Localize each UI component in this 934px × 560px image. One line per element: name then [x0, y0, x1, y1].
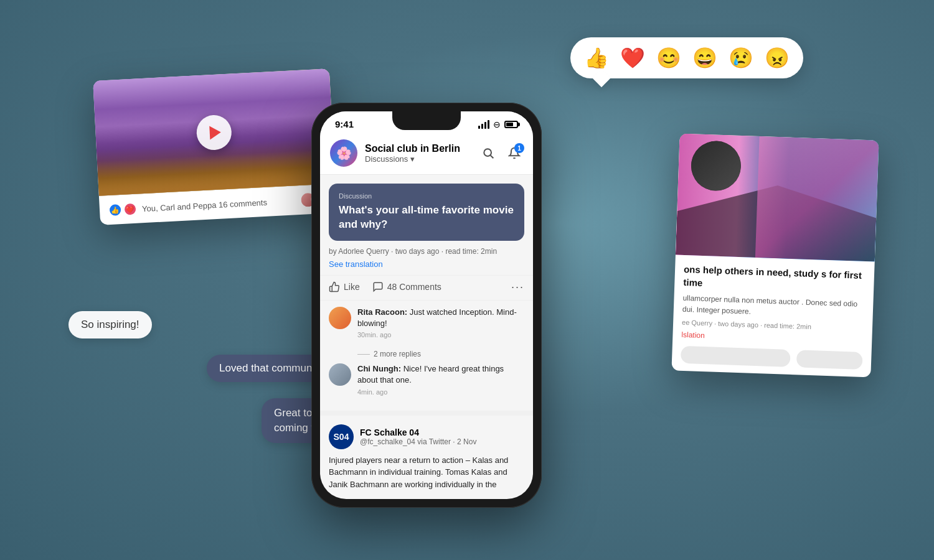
graffiti-bg: [755, 136, 879, 262]
chevron-down-icon: ▾: [410, 154, 415, 164]
inspiring-text: So inspiring!: [81, 319, 139, 330]
reaction-sad[interactable]: 😢: [729, 46, 753, 70]
comments-button[interactable]: 48 Comments: [372, 281, 511, 292]
status-time: 9:41: [335, 119, 354, 129]
notification-badge: 1: [514, 143, 524, 153]
reaction-haha[interactable]: 😊: [656, 46, 681, 70]
comments-count: 16 comments: [219, 197, 268, 209]
twitter-handle: @fc_schalke_04 via Twitter · 2 Nov: [360, 437, 476, 446]
wifi-icon: ⊖: [493, 119, 501, 129]
comment-time-chi: 4min. ago: [357, 388, 524, 396]
app-header: 🌸 Social club in Berlin Discussions ▾: [320, 133, 533, 175]
like-icon: 👍: [108, 203, 123, 217]
comment-content-chi: Chi Nungh: Nice! I've heard great things…: [357, 363, 524, 395]
header-subtitle[interactable]: Discussions ▾: [365, 154, 472, 164]
svg-point-0: [484, 149, 491, 156]
right-panel-content: ons help others in need, study s for fir…: [671, 254, 874, 377]
group-name: Social club in Berlin: [365, 143, 472, 154]
comment-item-rita: Rita Racoon: Just watched Inception. Min…: [329, 307, 524, 338]
header-actions: 1: [479, 144, 523, 162]
like-label: Like: [344, 282, 360, 292]
reaction-like[interactable]: 👍: [584, 46, 609, 70]
video-thumbnail[interactable]: [93, 68, 335, 196]
discussion-title: What's your all-time favorite movie and …: [339, 203, 514, 232]
twitter-header: S04 FC Schalke 04 @fc_schalke_04 via Twi…: [329, 424, 524, 449]
group-avatar: 🌸: [330, 139, 357, 167]
post-meta: by Adorlee Querry · two days ago · read …: [320, 241, 533, 259]
battery-icon: [504, 121, 518, 128]
signal-bar-4: [488, 120, 489, 129]
article-body: ullamcorper nulla non metus auctor . Don…: [682, 292, 865, 321]
comments-count-label: 48 Comments: [387, 282, 441, 292]
article-meta: ee Querry · two days ago · read time: 2m…: [682, 319, 864, 332]
footer-text: You, Carl and Peppa 16 comments: [142, 196, 295, 213]
play-icon: [209, 125, 221, 139]
reaction-wow[interactable]: 😄: [692, 46, 717, 70]
right-panel-image: [676, 134, 879, 262]
comments-section: Rita Racoon: Just watched Inception. Min…: [320, 301, 533, 411]
twitter-post: S04 FC Schalke 04 @fc_schalke_04 via Twi…: [320, 411, 533, 500]
signal-bar-1: [478, 126, 480, 129]
comment-text-rita: Rita Racoon: Just watched Inception. Min…: [357, 307, 524, 329]
header-info: Social club in Berlin Discussions ▾: [365, 143, 472, 164]
twitter-text: Injured players near a return to action …: [329, 454, 524, 491]
signal-icon: [478, 120, 489, 129]
comment-time-rita: 30min. ago: [357, 331, 524, 338]
article-title: ons help others in need, study s for fir…: [683, 263, 866, 295]
rp-btn-2: [796, 350, 863, 370]
comment-text-chi: Chi Nungh: Nice! I've heard great things…: [357, 363, 524, 386]
more-replies[interactable]: 2 more replies: [329, 347, 524, 363]
phone-wrapper: 9:41 ⊖ 🌸: [311, 103, 542, 508]
chat-bubble-inspiring: So inspiring!: [68, 311, 152, 338]
discussion-label: Discussion: [339, 192, 514, 200]
signal-bar-3: [484, 122, 486, 129]
reactions-bubble: 👍 ❤️ 😊 😄 😢 😠: [570, 37, 803, 78]
left-video-card: 👍 ❤️ You, Carl and Peppa 16 comments: [93, 68, 337, 225]
status-icons: ⊖: [478, 119, 518, 129]
notification-button[interactable]: 1: [506, 144, 523, 162]
notch: [392, 111, 461, 130]
like-button[interactable]: Like: [329, 281, 360, 292]
footer-names: You, Carl and Peppa: [142, 200, 217, 213]
comment-item-chi: Chi Nungh: Nice! I've heard great things…: [329, 363, 524, 395]
see-translation-link[interactable]: See translation: [320, 259, 533, 275]
comment-author-chi: Chi Nungh:: [357, 364, 403, 373]
avatar-chi: [329, 363, 351, 386]
action-bar: Like 48 Comments ···: [320, 275, 533, 301]
twitter-info: FC Schalke 04 @fc_schalke_04 via Twitter…: [360, 427, 476, 446]
discussion-card: Discussion What's your all-time favorite…: [329, 184, 524, 241]
twitter-account-name: FC Schalke 04: [360, 427, 476, 437]
avatar-rita: [329, 307, 351, 329]
battery-fill: [506, 123, 513, 126]
status-bar: 9:41 ⊖: [320, 111, 533, 133]
reaction-angry[interactable]: 😠: [765, 46, 790, 70]
search-button[interactable]: [479, 144, 497, 162]
reaction-love[interactable]: ❤️: [620, 46, 645, 70]
comment-author-rita: Rita Racoon:: [357, 307, 410, 317]
comment-content-rita: Rita Racoon: Just watched Inception. Min…: [357, 307, 524, 338]
section-label: Discussions: [365, 154, 408, 164]
twitter-avatar: S04: [329, 424, 354, 449]
right-panel: ons help others in need, study s for fir…: [671, 134, 879, 378]
signal-bar-2: [481, 124, 483, 129]
rp-btn-1: [681, 346, 791, 367]
phone-screen: 9:41 ⊖ 🌸: [320, 111, 533, 499]
love-icon: ❤️: [123, 202, 137, 217]
more-options-button[interactable]: ···: [511, 281, 524, 294]
phone: 9:41 ⊖ 🌸: [311, 103, 542, 508]
avatar-emoji: 🌸: [336, 146, 352, 161]
right-panel-buttons: [681, 346, 863, 370]
see-translation-right[interactable]: lslation: [681, 330, 705, 340]
svg-line-1: [491, 156, 494, 159]
reaction-icons: 👍 ❤️: [108, 202, 138, 217]
